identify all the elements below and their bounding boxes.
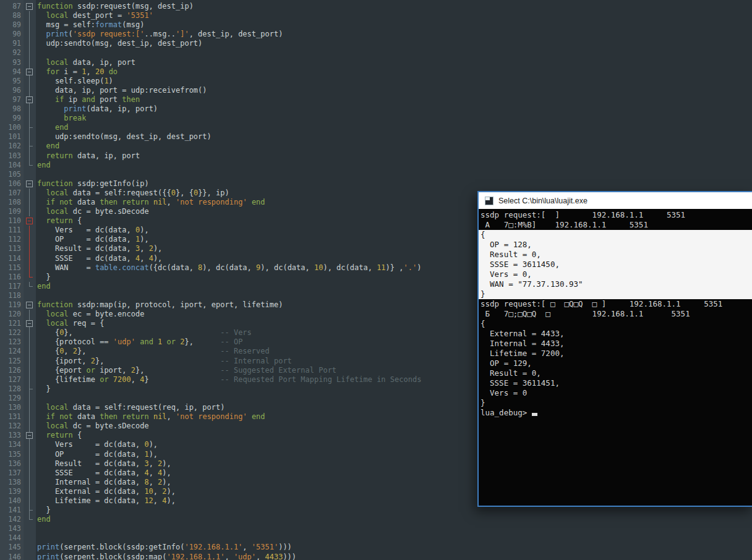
fold-collapse-icon[interactable] bbox=[26, 3, 33, 10]
fold-marker bbox=[21, 161, 36, 170]
console-window[interactable]: Select C:\bin\lua\luajit.exe ssdp reques… bbox=[477, 191, 752, 507]
fold-collapse-icon-red[interactable] bbox=[26, 218, 33, 224]
fold-collapse-icon[interactable] bbox=[26, 302, 33, 308]
code-line[interactable]: 95 self.sleep(1) bbox=[0, 77, 752, 86]
code-line[interactable]: 93 local data, ip, port bbox=[0, 58, 752, 67]
fold-marker[interactable] bbox=[21, 67, 36, 77]
fold-marker[interactable] bbox=[21, 2, 36, 11]
code-line-text: local data = self:request({{0}, {0}}, ip… bbox=[36, 189, 229, 198]
line-number: 141 bbox=[0, 506, 21, 515]
code-line[interactable]: 145print(serpent.block(ssdp:getInfo('192… bbox=[0, 543, 752, 552]
fold-marker[interactable] bbox=[21, 431, 36, 440]
fold-marker[interactable] bbox=[21, 95, 36, 104]
line-number: 106 bbox=[0, 179, 21, 189]
line-number: 116 bbox=[0, 273, 21, 282]
fold-collapse-icon[interactable] bbox=[26, 69, 33, 75]
code-line[interactable]: 91 udp:sendto(msg, dest_ip, dest_port) bbox=[0, 39, 752, 48]
line-number: 123 bbox=[0, 337, 21, 347]
fold-marker bbox=[21, 328, 36, 337]
code-line-text: {eport or iport, 2}, -- Suggested Extern… bbox=[36, 366, 336, 375]
code-line[interactable]: 142end bbox=[0, 515, 752, 524]
fold-collapse-icon[interactable] bbox=[26, 96, 33, 103]
console-row: OP = 128, bbox=[479, 240, 752, 250]
fold-marker bbox=[21, 291, 36, 300]
console-row: WAN = "77.37.130.93" bbox=[479, 279, 752, 289]
code-line-text: udp:sendto(msg, dest_ip, dest_port) bbox=[36, 132, 212, 142]
code-line[interactable]: 146print(serpent.block(ssdp:map('192.168… bbox=[0, 553, 752, 560]
code-line[interactable]: 104end bbox=[0, 161, 752, 170]
line-number: 132 bbox=[0, 422, 21, 431]
code-line[interactable]: 89 msg = self:format(msg) bbox=[0, 20, 752, 30]
code-line[interactable]: 97 if ip and port then bbox=[0, 95, 752, 104]
code-line-text: local dc = byte.sDecode bbox=[36, 422, 149, 431]
fold-marker bbox=[21, 440, 36, 449]
line-number: 133 bbox=[0, 431, 21, 440]
line-number: 134 bbox=[0, 440, 21, 449]
line-number: 93 bbox=[0, 58, 21, 67]
fold-marker[interactable] bbox=[21, 300, 36, 310]
line-number: 131 bbox=[0, 412, 21, 422]
code-line[interactable]: 143 bbox=[0, 524, 752, 533]
code-line-text: data, ip, port = udp:receivefrom() bbox=[36, 86, 207, 95]
code-line[interactable]: 88 local dest_port = '5351' bbox=[0, 11, 752, 20]
code-line-text: for i = 1, 20 do bbox=[36, 67, 118, 77]
line-number: 119 bbox=[0, 300, 21, 310]
console-row: OP = 129, bbox=[479, 358, 752, 368]
code-line[interactable]: 101 udp:sendto(msg, dest_ip, dest_port) bbox=[0, 132, 752, 142]
code-line-text: OP = dc(data, 1), bbox=[36, 450, 158, 459]
code-line-text: return data, ip, port bbox=[36, 151, 140, 161]
fold-marker bbox=[21, 273, 36, 282]
fold-collapse-icon[interactable] bbox=[26, 320, 33, 327]
code-line-text: end bbox=[36, 142, 59, 151]
code-line[interactable]: 96 data, ip, port = udp:receivefrom() bbox=[0, 86, 752, 95]
code-line[interactable]: 100 end bbox=[0, 123, 752, 132]
console-row: Result = 0, bbox=[479, 250, 752, 260]
line-number: 95 bbox=[0, 77, 21, 86]
fold-marker bbox=[21, 487, 36, 496]
fold-marker bbox=[21, 170, 36, 179]
code-line[interactable]: 94 for i = 1, 20 do bbox=[0, 67, 752, 77]
code-line-text bbox=[36, 48, 37, 57]
code-line[interactable]: 87function ssdp:request(msg, dest_ip) bbox=[0, 2, 752, 11]
fold-marker bbox=[21, 189, 36, 198]
line-number: 129 bbox=[0, 394, 21, 403]
fold-marker bbox=[21, 357, 36, 366]
code-line[interactable]: 105 bbox=[0, 170, 752, 179]
fold-marker bbox=[21, 132, 36, 142]
line-number: 104 bbox=[0, 161, 21, 170]
console-row: Vers = 0, bbox=[479, 269, 752, 279]
console-output[interactable]: ssdp request:[ ] 192.168.1.1 5351 A 7□:M… bbox=[479, 209, 752, 506]
code-line[interactable]: 90 print('ssdp request:['..msg..']', des… bbox=[0, 30, 752, 39]
fold-minus-glyph bbox=[28, 6, 31, 7]
code-line-text bbox=[36, 533, 37, 543]
fold-marker[interactable] bbox=[21, 319, 36, 328]
console-titlebar[interactable]: Select C:\bin\lua\luajit.exe bbox=[479, 192, 752, 209]
line-number: 87 bbox=[0, 2, 21, 11]
console-row: } bbox=[479, 398, 752, 408]
code-line[interactable]: 98 print(data, ip, port) bbox=[0, 104, 752, 114]
code-line-text: SSSE = dc(data, 4, 4), bbox=[36, 254, 162, 263]
fold-marker[interactable] bbox=[21, 216, 36, 226]
line-number: 89 bbox=[0, 20, 21, 30]
code-line[interactable]: 141 } bbox=[0, 506, 752, 515]
console-row: { bbox=[479, 230, 752, 240]
fold-marker bbox=[21, 244, 36, 253]
console-row: { bbox=[479, 319, 752, 329]
code-line[interactable]: 144 bbox=[0, 533, 752, 543]
line-number: 144 bbox=[0, 533, 21, 543]
fold-marker bbox=[21, 198, 36, 207]
fold-marker[interactable] bbox=[21, 179, 36, 189]
code-line-text: self.sleep(1) bbox=[36, 77, 113, 86]
code-line-text: print('ssdp request:['..msg..']', dest_i… bbox=[36, 30, 283, 39]
code-line[interactable]: 106function ssdp:getInfo(ip) bbox=[0, 179, 752, 189]
code-line[interactable]: 102 end bbox=[0, 142, 752, 151]
fold-collapse-icon[interactable] bbox=[26, 180, 33, 187]
fold-marker bbox=[21, 337, 36, 347]
console-icon[interactable] bbox=[485, 197, 494, 205]
code-line[interactable]: 92 bbox=[0, 48, 752, 57]
line-number: 105 bbox=[0, 170, 21, 179]
code-line[interactable]: 99 break bbox=[0, 114, 752, 123]
code-line[interactable]: 103 return data, ip, port bbox=[0, 151, 752, 161]
fold-marker bbox=[21, 254, 36, 263]
fold-collapse-icon[interactable] bbox=[26, 432, 33, 439]
